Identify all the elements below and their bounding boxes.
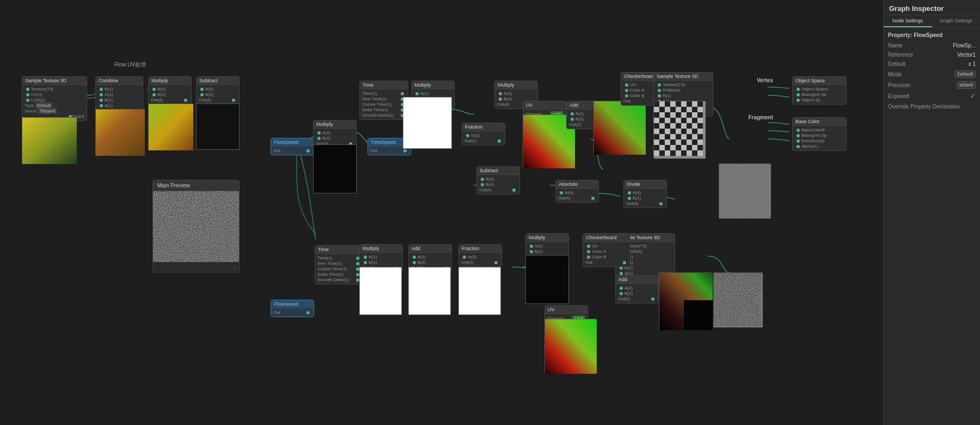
svg-rect-16: [659, 107, 665, 112]
svg-rect-28: [676, 112, 681, 118]
svg-rect-60: [654, 134, 659, 139]
insp-value-mode[interactable]: Default: [954, 70, 976, 78]
svg-rect-93: [687, 150, 692, 156]
preview-noise-lower: [713, 272, 762, 327]
node-header-checkerboard-lower: Checkerboard: [583, 234, 630, 242]
node-divide[interactable]: Divide A(4) B(1) Out(4): [623, 180, 667, 208]
preview-white-1: [403, 97, 452, 149]
node-header-subtract-1: Subtract: [197, 77, 239, 85]
node-header-time-2: Time: [315, 246, 363, 254]
node-body-time-2: Time(1) Sine Time(1) Cosine Time(1) Delt…: [315, 254, 363, 284]
svg-rect-30: [687, 112, 692, 118]
svg-rect-9: [670, 101, 676, 107]
svg-rect-12: [687, 101, 692, 107]
svg-rect-34: [659, 118, 665, 123]
svg-rect-84: [687, 145, 692, 150]
svg-rect-88: [659, 150, 665, 156]
insp-row-override: Override Property Declaration: [888, 103, 976, 110]
svg-rect-17: [665, 107, 670, 112]
svg-rect-46: [676, 123, 681, 129]
node-header-divide: Divide: [624, 180, 666, 189]
node-header-flowspeed-2: FlowSpeed: [271, 300, 314, 308]
svg-rect-27: [670, 112, 676, 118]
vertex-stage-label: Vertex: [757, 77, 773, 83]
insp-row-mode: Mode Default: [888, 70, 976, 78]
inspector-tabs: Node Settings Graph Settings: [884, 15, 980, 28]
svg-rect-13: [692, 101, 697, 107]
svg-rect-32: [697, 112, 703, 118]
insp-row-reference: Reference Vector1: [888, 52, 976, 58]
node-absolute[interactable]: Absolute In(4) Out(4): [555, 180, 599, 203]
flow-uv-label: Flow UV处理: [114, 61, 146, 69]
svg-rect-94: [692, 150, 697, 156]
node-multiply-1[interactable]: Multiply A(2) B(2) Out(2): [148, 76, 192, 105]
node-body-divide: A(4) B(1) Out(4): [624, 189, 666, 208]
node-header-fraction-lower: Fraction: [459, 245, 501, 253]
insp-label-name: Name: [888, 42, 903, 48]
node-body-vertex-output: Object Space Bitangent Sp Object Sp: [793, 85, 846, 104]
svg-rect-37: [676, 118, 681, 123]
preview-black-2: [313, 144, 357, 193]
node-fraction-lower[interactable]: Fraction In(2) Out(2): [458, 244, 502, 267]
insp-row-exposed: Exposed ✓: [888, 92, 976, 100]
svg-rect-36: [670, 118, 676, 123]
svg-rect-66: [687, 134, 692, 139]
svg-rect-26: [665, 112, 670, 118]
svg-rect-73: [676, 139, 681, 145]
node-fragment-output[interactable]: Base Color BaseColorR Bitangent Sp Emiss…: [792, 117, 847, 151]
node-fraction-1[interactable]: Fraction In(1) Out(1): [462, 123, 505, 145]
node-flowspeed-1[interactable]: FlowSpeed Out: [271, 138, 314, 155]
insp-value-default: x 1: [969, 61, 976, 67]
inspector-title: Graph Inspector: [884, 0, 980, 15]
insp-value-precision[interactable]: Inherit: [957, 81, 976, 89]
svg-rect-81: [670, 145, 676, 150]
svg-rect-1: [96, 110, 145, 156]
svg-rect-2: [149, 104, 193, 150]
node-flowspeed-2[interactable]: FlowSpeed Out: [271, 300, 314, 317]
node-header-multiply-lower: Multiply: [360, 245, 402, 253]
svg-rect-52: [659, 129, 665, 134]
preview-gradient-green-red-2: [593, 101, 645, 154]
main-preview-header: Main Preview: [153, 180, 239, 191]
node-header-combine: Combine: [96, 77, 143, 85]
svg-rect-70: [659, 139, 665, 145]
svg-rect-101: [153, 191, 239, 262]
node-header-flowspeed-1: FlowSpeed: [271, 138, 314, 147]
node-header-fraction-1: Fraction: [462, 123, 505, 131]
fragment-stage-label: Fragment: [748, 114, 773, 120]
node-body-flowspeed-2: Out: [271, 308, 314, 317]
insp-value-exposed[interactable]: ✓: [970, 92, 976, 100]
node-subtract-2[interactable]: Subtract A(4) B(4) Out(4): [476, 166, 520, 195]
node-vertex-output[interactable]: Object Space Object Space Bitangent Sp O…: [792, 76, 847, 105]
node-sample-texture-3d-1[interactable]: Sample Texture 3D Texture(T3) UV(3) LOD(…: [22, 76, 87, 121]
tab-node-settings[interactable]: Node Settings: [884, 15, 932, 27]
svg-rect-56: [681, 129, 687, 134]
node-checkerboard-lower[interactable]: Checkerboard UV Color A Color B Out: [583, 233, 630, 267]
node-body-fraction-lower: In(2) Out(2): [459, 253, 501, 266]
preview-gradient-3: [148, 104, 193, 150]
svg-rect-76: [692, 139, 697, 145]
svg-rect-59: [697, 129, 703, 134]
svg-rect-47: [681, 123, 687, 129]
svg-rect-35: [665, 118, 670, 123]
svg-rect-65: [681, 134, 687, 139]
svg-rect-23: [697, 107, 703, 112]
insp-label-precision: Precision: [888, 82, 910, 88]
node-body-checkerboard-lower: UV Color A Color B Out: [583, 242, 630, 266]
tab-graph-settings[interactable]: Graph Settings: [932, 15, 981, 27]
svg-rect-19: [676, 107, 681, 112]
svg-rect-4: [594, 101, 646, 155]
node-subtract-1[interactable]: Subtract A(2) B(2) Out(2): [196, 76, 240, 105]
node-add-lower-r[interactable]: Add A(2) B(2) Out(2): [615, 275, 659, 303]
svg-rect-21: [687, 107, 692, 112]
preview-noise-1: [719, 163, 770, 218]
canvas-area[interactable]: Flow UV处理 Vertex Fragment: [0, 0, 882, 425]
svg-rect-91: [676, 150, 681, 156]
preview-black-1: [196, 104, 240, 150]
node-time-2[interactable]: Time Time(1) Sine Time(1) Cosine Time(1)…: [315, 245, 364, 284]
node-time-1[interactable]: Time Time(1) Sine Time(1) Cosine Time(1)…: [359, 81, 408, 120]
svg-rect-18: [670, 107, 676, 112]
svg-rect-22: [692, 107, 697, 112]
svg-rect-43: [659, 123, 665, 129]
node-body-fraction-1: In(1) Out(1): [462, 131, 505, 145]
